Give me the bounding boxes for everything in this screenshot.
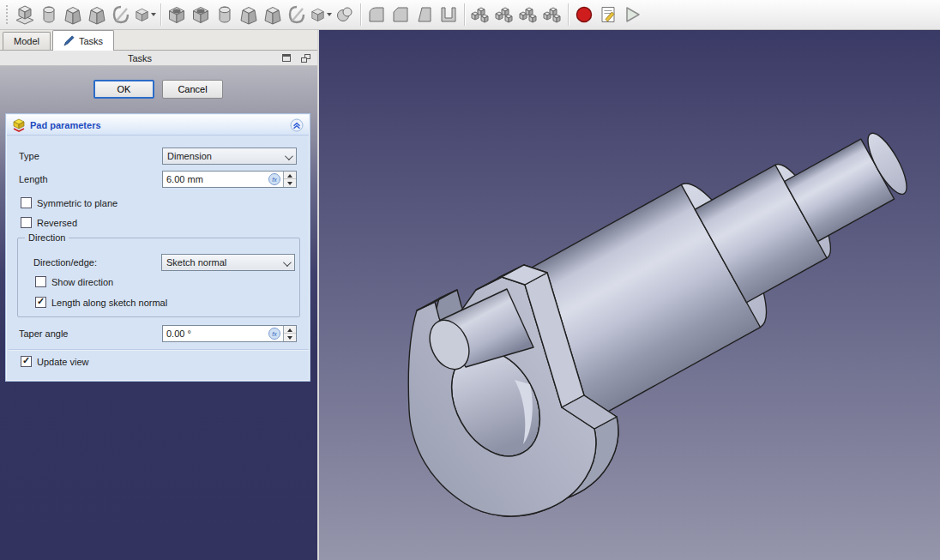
- chevron-down-icon: [283, 258, 292, 267]
- toolbar-fillet-button[interactable]: [365, 3, 389, 27]
- toolbar-chamfer-button[interactable]: [389, 3, 413, 27]
- length-spin-down[interactable]: [284, 179, 296, 187]
- pad-parameters-title: Pad parameters: [30, 120, 286, 130]
- checkbox-box: [35, 297, 46, 308]
- taper-angle-label: Taper angle: [19, 328, 69, 339]
- tasks-panel-title: Tasks: [0, 53, 280, 63]
- taper-angle-value: 0.00 °: [166, 328, 191, 339]
- symmetric-to-plane-label: Symmetric to plane: [37, 198, 118, 208]
- length-spinbox[interactable]: 6.00 mm fx: [162, 171, 297, 188]
- length-value: 6.00 mm: [166, 174, 203, 184]
- direction-group: Direction Direction/edge: Sketch normal …: [17, 238, 300, 317]
- toolbar-revolution-button[interactable]: [37, 3, 61, 27]
- toolbar-multitransform-button[interactable]: [540, 3, 564, 27]
- taper-spin-down[interactable]: [284, 334, 296, 341]
- toolbar-linear-pattern-button[interactable]: [492, 3, 516, 27]
- float-panel-button[interactable]: [298, 52, 312, 63]
- collapse-chevron-icon[interactable]: [290, 118, 304, 132]
- tab-tasks-label: Tasks: [79, 36, 103, 46]
- toolbar-boolean-button[interactable]: [333, 3, 357, 27]
- length-spin-up[interactable]: [284, 172, 296, 179]
- toolbar-separator: [568, 3, 569, 26]
- pad-icon: [12, 118, 26, 132]
- toolbar-subtractive-loft-button[interactable]: [237, 3, 261, 27]
- tab-tasks[interactable]: Tasks: [52, 30, 114, 51]
- toolbar-subtractive-primitive-button[interactable]: [309, 3, 333, 27]
- type-combo-value: Dimension: [167, 151, 212, 161]
- tab-model[interactable]: Model: [3, 32, 51, 50]
- direction-group-label: Direction: [25, 232, 69, 243]
- reversed-checkbox[interactable]: Reversed: [21, 217, 77, 228]
- direction-edge-value: Sketch normal: [166, 257, 226, 268]
- ok-button[interactable]: OK: [93, 80, 154, 99]
- toolbar-additive-primitive-button[interactable]: [133, 3, 157, 27]
- toolbar-additive-pipe-button[interactable]: [85, 3, 109, 27]
- toolbar-additive-helix-button[interactable]: [109, 3, 133, 27]
- expression-editor-icon[interactable]: fx: [268, 328, 280, 340]
- taper-angle-spinbox[interactable]: 0.00 ° fx: [162, 325, 297, 342]
- toolbar-pocket-button[interactable]: [165, 3, 189, 27]
- toolbar-macro-edit-button[interactable]: [596, 3, 620, 27]
- tab-model-label: Model: [14, 36, 39, 46]
- checkbox-box: [35, 276, 46, 287]
- 3d-viewport[interactable]: [319, 30, 940, 560]
- toolbar-drag-handle[interactable]: [5, 4, 9, 25]
- dropdown-arrow-icon[interactable]: [327, 13, 332, 16]
- reversed-label: Reversed: [37, 218, 77, 228]
- length-along-normal-checkbox[interactable]: Length along sketch normal: [35, 297, 167, 308]
- length-label: Length: [19, 174, 48, 184]
- type-combo[interactable]: Dimension: [162, 148, 297, 165]
- toolbar-groove-button[interactable]: [213, 3, 237, 27]
- expression-editor-icon[interactable]: fx: [268, 173, 280, 185]
- toolbar-separator: [160, 3, 161, 26]
- toolbar-macro-execute-button[interactable]: [620, 3, 644, 27]
- toolbar-polar-pattern-button[interactable]: [516, 3, 540, 27]
- pencil-icon: [63, 35, 75, 46]
- toolbar-macro-record-button[interactable]: [572, 3, 596, 27]
- toolbar-mirrored-button[interactable]: [468, 3, 492, 27]
- pad-parameters-header[interactable]: Pad parameters: [7, 115, 309, 135]
- toolbar-draft-button[interactable]: [413, 3, 437, 27]
- symmetric-to-plane-checkbox[interactable]: Symmetric to plane: [21, 197, 118, 208]
- toolbar: [0, 0, 940, 30]
- panel-tabbar: Model Tasks: [0, 30, 317, 51]
- toolbar-separator: [464, 3, 465, 26]
- tasks-panel-titlebar: Tasks: [0, 51, 317, 66]
- chevron-down-icon: [285, 152, 293, 160]
- toolbar-additive-loft-button[interactable]: [61, 3, 85, 27]
- toolbar-subtractive-helix-button[interactable]: [285, 3, 309, 27]
- toolbar-separator: [360, 3, 361, 26]
- toolbar-thickness-button[interactable]: [437, 3, 461, 27]
- separator-line: [9, 349, 309, 350]
- toolbar-subtractive-pipe-button[interactable]: [261, 3, 285, 27]
- checkbox-box: [21, 217, 32, 228]
- checkbox-box: [21, 356, 32, 367]
- toolbar-hole-button[interactable]: [189, 3, 213, 27]
- toolbar-pad-button[interactable]: [13, 3, 37, 27]
- checkbox-box: [21, 197, 32, 208]
- show-direction-label: Show direction: [51, 277, 113, 287]
- type-label: Type: [19, 151, 39, 161]
- taper-spin-up[interactable]: [284, 326, 296, 334]
- direction-edge-label: Direction/edge:: [33, 257, 97, 268]
- update-view-checkbox[interactable]: Update view: [21, 356, 89, 367]
- cancel-button[interactable]: Cancel: [162, 80, 223, 99]
- pad-parameters-box: Pad parameters Type Dimension Length 6.0…: [6, 114, 310, 381]
- update-view-label: Update view: [37, 357, 89, 367]
- direction-edge-combo[interactable]: Sketch normal: [161, 254, 295, 271]
- left-panel: Model Tasks Tasks OK Cancel: [0, 30, 317, 560]
- show-direction-checkbox[interactable]: Show direction: [35, 276, 113, 287]
- dropdown-arrow-icon[interactable]: [151, 13, 156, 16]
- tasks-panel-body: OK Cancel Pad parameters: [0, 66, 317, 560]
- length-along-normal-label: Length along sketch normal: [51, 298, 167, 308]
- dock-panel-button[interactable]: [280, 52, 293, 63]
